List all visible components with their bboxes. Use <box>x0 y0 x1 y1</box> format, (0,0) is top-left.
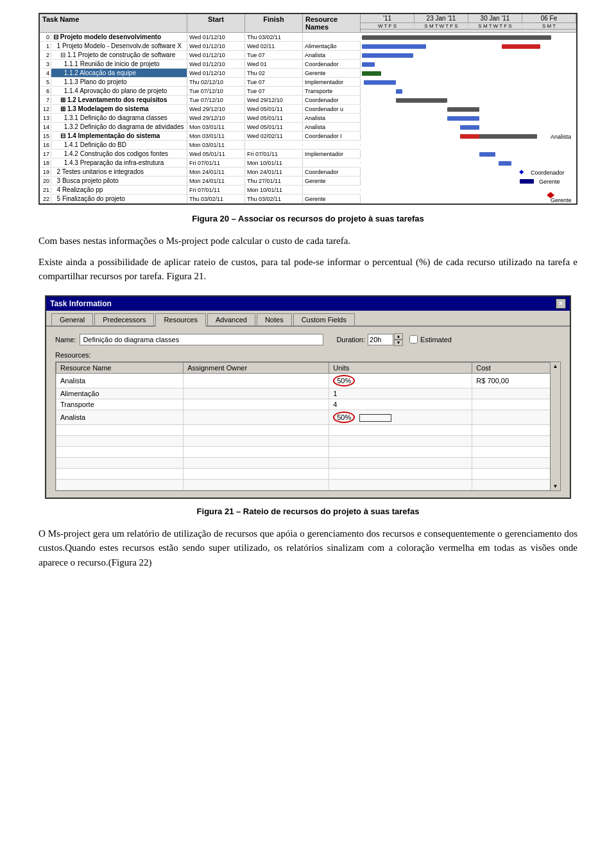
dialog-wrapper: Task Information × General Predecessors … <box>38 295 578 499</box>
paragraph-2: Existe ainda a possibilidade de aplicar … <box>38 255 578 284</box>
tab-resources[interactable]: Resources <box>155 313 206 327</box>
scrollbar-down-arrow[interactable]: ▼ <box>553 483 558 489</box>
svg-rect-15 <box>479 152 495 157</box>
table-header-row: Resource Name Assignment Owner Units Cos… <box>56 362 560 373</box>
table-row: 3 1.1.1 Reunião de inicio de projeto Wed… <box>40 60 361 69</box>
units-circle-badge: 50% <box>333 375 355 386</box>
svg-rect-0 <box>362 35 551 40</box>
resources-section-label: Resources: <box>55 351 561 359</box>
table-row: 22 5 Finalização do projeto Thu 03/02/11… <box>40 195 361 204</box>
estimated-checkbox-label: Estimated <box>409 335 452 343</box>
gantt-header: Task Name Start Finish Resource Names '1… <box>40 14 576 33</box>
paragraph-3: O Ms-project gera um relatório de utiliz… <box>38 526 578 570</box>
spinner-down-button[interactable]: ▼ <box>394 340 403 346</box>
col-cost-header: Cost <box>472 362 560 373</box>
units-circle-badge-2: 50% <box>333 412 355 423</box>
table-row: 6 1.1.4 Aprovação do plano de projeto Tu… <box>40 87 361 96</box>
svg-text:Coordenador: Coordenador <box>531 169 565 176</box>
col-task-header: Task Name <box>40 14 187 32</box>
gantt-left-panel: 0 ⊟ Projeto modelo desenvolvimento Wed 0… <box>40 33 361 204</box>
table-row: Analista 50% <box>56 410 560 424</box>
col-start-header: Start <box>187 14 245 32</box>
tab-general[interactable]: General <box>51 313 93 325</box>
svg-rect-19 <box>520 179 534 184</box>
table-row: 13 1.3.1 Definição do diagrama classes W… <box>40 114 361 123</box>
table-row: 7 ⊞ 1.2 Levantamento dos requisitos Tue … <box>40 96 361 105</box>
tab-advanced[interactable]: Advanced <box>207 313 255 325</box>
table-row <box>56 457 560 468</box>
col-assignment-owner-header: Assignment Owner <box>184 362 329 373</box>
svg-rect-11 <box>460 125 479 130</box>
tab-predecessors[interactable]: Predecessors <box>94 313 154 325</box>
svg-rect-10 <box>447 116 479 121</box>
svg-rect-13 <box>460 134 479 139</box>
svg-rect-17 <box>519 169 524 174</box>
table-row <box>56 424 560 435</box>
gantt-bars-panel: Coordenador Gerente Gerente Analista <box>361 33 576 204</box>
svg-rect-16 <box>499 161 511 166</box>
table-row: 16 1.4.1 Definição do BD Mon 03/01/11 <box>40 141 361 150</box>
table-row: 12 ⊞ 1.3 Modelagem do sistema Wed 29/12/… <box>40 105 361 114</box>
name-input[interactable] <box>80 334 323 345</box>
dialog-titlebar: Task Information × <box>46 297 570 311</box>
spinner-buttons: ▲ ▼ <box>394 333 403 346</box>
gantt-body: 0 ⊟ Projeto modelo desenvolvimento Wed 0… <box>40 33 576 204</box>
table-row: Analista 50% R$ 700,00 <box>56 373 560 388</box>
estimated-label: Estimated <box>420 336 452 343</box>
dialog-close-button[interactable]: × <box>556 299 566 309</box>
table-row: 4 1.1.2 Alocação da equipe Wed 01/12/10 … <box>40 69 361 78</box>
svg-rect-6 <box>364 80 396 85</box>
table-row: 5 1.1.3 Plano do projeto Thu 02/12/10 Tu… <box>40 78 361 87</box>
table-row: 0 ⊟ Projeto modelo desenvolvimento Wed 0… <box>40 33 361 42</box>
estimated-checkbox[interactable] <box>409 335 418 343</box>
task-information-dialog: Task Information × General Predecessors … <box>45 295 571 499</box>
col-chart-header: '11 23 Jan '11 30 Jan '11 06 Fe W T F S … <box>361 14 576 32</box>
tab-notes[interactable]: Notes <box>257 313 292 325</box>
svg-text:Gerente: Gerente <box>539 178 560 185</box>
table-row: 21 4 Realização pp Fri 07/01/11 Mon 10/0… <box>40 186 361 195</box>
resources-table-body: Analista 50% R$ 700,00 Alimentação 1 <box>56 373 560 490</box>
svg-rect-8 <box>396 98 447 103</box>
table-row <box>56 468 560 479</box>
svg-rect-5 <box>362 71 381 76</box>
col-resource-name-header: Resource Name <box>56 362 184 373</box>
tab-custom-fields[interactable]: Custom Fields <box>293 313 355 325</box>
spinner-up-button[interactable]: ▲ <box>394 333 403 340</box>
duration-input[interactable] <box>368 334 393 345</box>
svg-rect-2 <box>502 44 540 49</box>
table-scrollbar[interactable]: ▲ ▼ <box>550 362 560 490</box>
table-row <box>56 479 560 490</box>
table-row <box>56 435 560 446</box>
name-label: Name: <box>55 336 76 343</box>
gantt-days: W T F S S M T W T F S S M T W T F S S M … <box>361 23 576 30</box>
scrollbar-up-arrow[interactable]: ▲ <box>553 363 558 369</box>
table-row <box>56 446 560 457</box>
table-row: 18 1.4.3 Preparação da infra-estrutura F… <box>40 159 361 168</box>
figure1-caption: Figura 20 – Associar os recursos do proj… <box>38 214 578 223</box>
resources-table: Resource Name Assignment Owner Units Cos… <box>56 362 560 490</box>
gantt-bars-svg: Coordenador Gerente Gerente Analista <box>361 33 576 204</box>
svg-text:Gerente: Gerente <box>551 197 572 204</box>
duration-spinner: ▲ ▼ <box>368 333 403 346</box>
dialog-body: Name: Duration: ▲ ▼ Estimated Resources: <box>46 327 570 498</box>
col-res-header: Resource Names <box>303 14 361 32</box>
svg-rect-3 <box>362 53 413 58</box>
gantt-chart-1: Task Name Start Finish Resource Names '1… <box>38 13 578 205</box>
svg-rect-7 <box>396 89 402 94</box>
table-row: 2 ⊟ 1.1 Projeto de construção de softwar… <box>40 51 361 60</box>
table-row: 1 1 Projeto Modelo - Desenvolv.de softwa… <box>40 42 361 51</box>
table-row: 20 3 Busca projeto piloto Mon 24/01/11 T… <box>40 177 361 186</box>
table-row: Transporte 4 <box>56 399 560 410</box>
table-row: Alimentação 1 <box>56 388 560 399</box>
svg-rect-1 <box>362 44 426 49</box>
svg-text:Analista: Analista <box>551 134 571 140</box>
figure2-caption: Figura 21 – Rateio de recursos do projet… <box>38 507 578 516</box>
duration-label: Duration: <box>336 336 365 343</box>
resources-table-wrapper: Resource Name Assignment Owner Units Cos… <box>55 361 561 491</box>
svg-rect-9 <box>447 107 479 112</box>
gantt-months: '11 23 Jan '11 30 Jan '11 06 Fe <box>361 14 576 23</box>
col-finish-header: Finish <box>245 14 303 32</box>
table-row: 14 1.3.2 Definição do diagrama de ativid… <box>40 123 361 132</box>
dialog-tabs: General Predecessors Resources Advanced … <box>46 311 570 327</box>
name-row: Name: Duration: ▲ ▼ Estimated <box>55 333 561 346</box>
